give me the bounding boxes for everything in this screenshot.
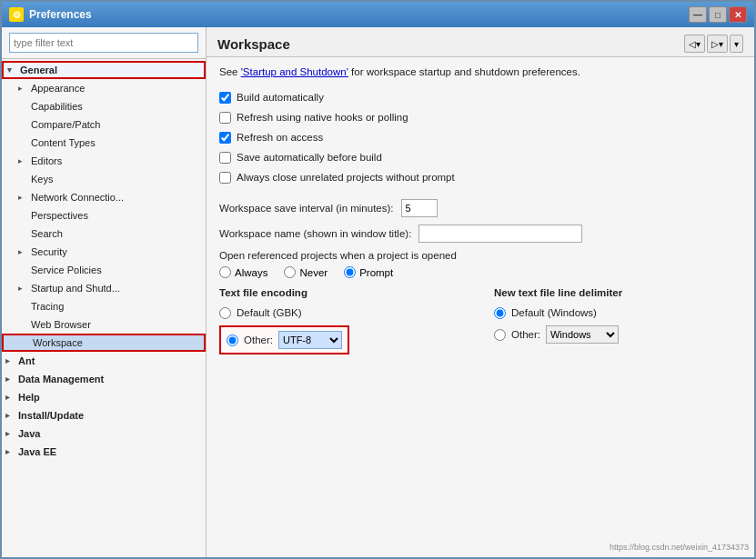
checkbox-refresh-access[interactable] xyxy=(219,132,231,144)
radio-always[interactable] xyxy=(219,266,231,278)
save-interval-row: Workspace save interval (in minutes): xyxy=(219,199,741,217)
tree-item-tracing[interactable]: Tracing xyxy=(2,297,206,315)
encoding-default-radio[interactable] xyxy=(219,307,231,319)
tree-label-perspectives: Perspectives xyxy=(31,210,88,221)
checkbox-label-save-auto: Save automatically before build xyxy=(237,152,382,163)
tree-item-appearance[interactable]: ▸Appearance xyxy=(2,79,206,97)
tree-item-capabilities[interactable]: Capabilities xyxy=(2,97,206,115)
radio-item-always: Always xyxy=(219,266,267,278)
tree-arrow-startup-shutdown: ▸ xyxy=(18,284,31,293)
save-interval-input[interactable] xyxy=(401,199,438,217)
radio-item-never: Never xyxy=(284,266,328,278)
tree-item-data-management[interactable]: ▸Data Management xyxy=(2,370,206,388)
checkboxes-section: Build automaticallyRefresh using native … xyxy=(219,88,741,186)
titlebar: ⚙ Preferences — □ ✕ xyxy=(2,2,754,27)
radio-label-never: Never xyxy=(299,267,328,278)
tree-item-compare-patch[interactable]: Compare/Patch xyxy=(2,115,206,134)
tree-label-startup-shutdown: Startup and Shutd... xyxy=(31,283,120,294)
tree-item-help[interactable]: ▸Help xyxy=(2,388,206,406)
open-referenced-label: Open referenced projects when a project … xyxy=(219,250,741,261)
tree-arrow-install-update: ▸ xyxy=(5,411,18,420)
checkbox-build-auto[interactable] xyxy=(219,92,231,104)
delimiter-default-label: Default (Windows) xyxy=(511,307,597,318)
radio-item-prompt: Prompt xyxy=(344,266,393,278)
tree-arrow-java-ee: ▸ xyxy=(5,447,18,456)
checkbox-close-unrelated[interactable] xyxy=(219,172,231,184)
encoding-select[interactable]: UTF-8 UTF-16 ISO-8859-1 US-ASCII xyxy=(278,331,342,349)
workspace-name-input[interactable] xyxy=(418,225,582,243)
menu-button[interactable]: ▾ xyxy=(730,35,743,53)
checkbox-label-refresh-access: Refresh on access xyxy=(237,132,323,143)
filter-input[interactable] xyxy=(9,33,198,53)
tree-label-install-update: Install/Update xyxy=(18,410,84,421)
checkbox-save-auto[interactable] xyxy=(219,152,231,164)
tree-label-data-management: Data Management xyxy=(18,374,104,384)
tree-item-perspectives[interactable]: Perspectives xyxy=(2,206,206,225)
tree-item-workspace[interactable]: Workspace xyxy=(2,334,206,352)
tree-item-startup-shutdown[interactable]: ▸Startup and Shutd... xyxy=(2,279,206,297)
close-button[interactable]: ✕ xyxy=(729,6,747,23)
startup-shutdown-link[interactable]: 'Startup and Shutdown' xyxy=(241,66,348,77)
two-col-section: Text file encoding Default (GBK) Other: … xyxy=(219,287,741,354)
tree-item-web-browser[interactable]: Web Browser xyxy=(2,315,206,334)
content-area: ▾General▸AppearanceCapabilitiesCompare/P… xyxy=(2,27,754,557)
tree-item-java[interactable]: ▸Java xyxy=(2,424,206,443)
checkbox-row-save-auto: Save automatically before build xyxy=(219,148,741,166)
tree-item-network-connections[interactable]: ▸Network Connectio... xyxy=(2,188,206,206)
tree-item-service-policies[interactable]: Service Policies xyxy=(2,261,206,279)
tree-item-editors[interactable]: ▸Editors xyxy=(2,152,206,170)
tree-arrow-network-connections: ▸ xyxy=(18,193,31,202)
delimiter-other-radio[interactable] xyxy=(494,329,506,341)
delimiter-default-radio[interactable] xyxy=(494,307,506,319)
back-button[interactable]: ◁▾ xyxy=(684,35,705,53)
open-referenced-radio-group: AlwaysNeverPrompt xyxy=(219,266,741,278)
tree-item-content-types[interactable]: Content Types xyxy=(2,134,206,152)
tree-label-java-ee: Java EE xyxy=(18,446,56,457)
tree-arrow-help: ▸ xyxy=(5,393,18,402)
tree-arrow-ant: ▸ xyxy=(5,356,18,365)
tree-label-content-types: Content Types xyxy=(31,137,96,148)
tree-item-install-update[interactable]: ▸Install/Update xyxy=(2,406,206,424)
left-panel: ▾General▸AppearanceCapabilitiesCompare/P… xyxy=(2,27,207,557)
tree-item-security[interactable]: ▸Security xyxy=(2,243,206,261)
tree-label-capabilities: Capabilities xyxy=(31,101,83,112)
tree-item-search[interactable]: Search xyxy=(2,225,206,243)
checkbox-refresh-native[interactable] xyxy=(219,112,231,124)
encoding-other-row: Other: UTF-8 UTF-16 ISO-8859-1 US-ASCII xyxy=(219,325,349,354)
tree-item-general[interactable]: ▾General xyxy=(2,61,206,79)
maximize-button[interactable]: □ xyxy=(709,6,727,23)
page-title: Workspace xyxy=(217,36,290,52)
encoding-title: Text file encoding xyxy=(219,287,467,298)
radio-prompt[interactable] xyxy=(344,266,356,278)
tree-item-keys[interactable]: Keys xyxy=(2,170,206,188)
delimiter-col: New text file line delimiter Default (Wi… xyxy=(494,287,741,354)
checkbox-row-refresh-access: Refresh on access xyxy=(219,128,741,146)
watermark: https://blog.csdn.net/weixin_41734373 xyxy=(610,543,749,552)
tree-arrow-security: ▸ xyxy=(18,247,31,256)
tree-label-network-connections: Network Connectio... xyxy=(31,192,124,203)
radio-never[interactable] xyxy=(284,266,296,278)
tree-label-java: Java xyxy=(18,428,40,439)
nav-buttons: ◁▾ ▷▾ ▾ xyxy=(684,35,743,53)
delimiter-select[interactable]: Windows Unix Mac OS X xyxy=(546,325,619,344)
workspace-name-label: Workspace name (shown in window title): xyxy=(219,228,411,239)
tree-label-web-browser: Web Browser xyxy=(31,319,91,330)
forward-button[interactable]: ▷▾ xyxy=(707,35,728,53)
tree-label-appearance: Appearance xyxy=(31,83,85,94)
encoding-col: Text file encoding Default (GBK) Other: … xyxy=(219,287,467,354)
tree-label-general: General xyxy=(20,65,57,75)
tree-item-ant[interactable]: ▸Ant xyxy=(2,352,206,370)
tree-label-service-policies: Service Policies xyxy=(31,265,102,275)
tree-arrow-general: ▾ xyxy=(7,65,20,75)
tree-label-help: Help xyxy=(18,392,40,403)
tree-label-workspace: Workspace xyxy=(33,337,83,348)
tree-area: ▾General▸AppearanceCapabilitiesCompare/P… xyxy=(2,59,206,557)
encoding-default-label: Default (GBK) xyxy=(237,307,302,318)
tree-item-java-ee[interactable]: ▸Java EE xyxy=(2,443,206,461)
minimize-button[interactable]: — xyxy=(689,6,707,23)
tree-label-editors: Editors xyxy=(31,155,62,166)
tree-arrow-editors: ▸ xyxy=(18,156,31,165)
encoding-other-radio[interactable] xyxy=(227,334,238,346)
delimiter-other-label: Other: xyxy=(511,329,540,340)
tree-arrow-data-management: ▸ xyxy=(5,374,18,384)
